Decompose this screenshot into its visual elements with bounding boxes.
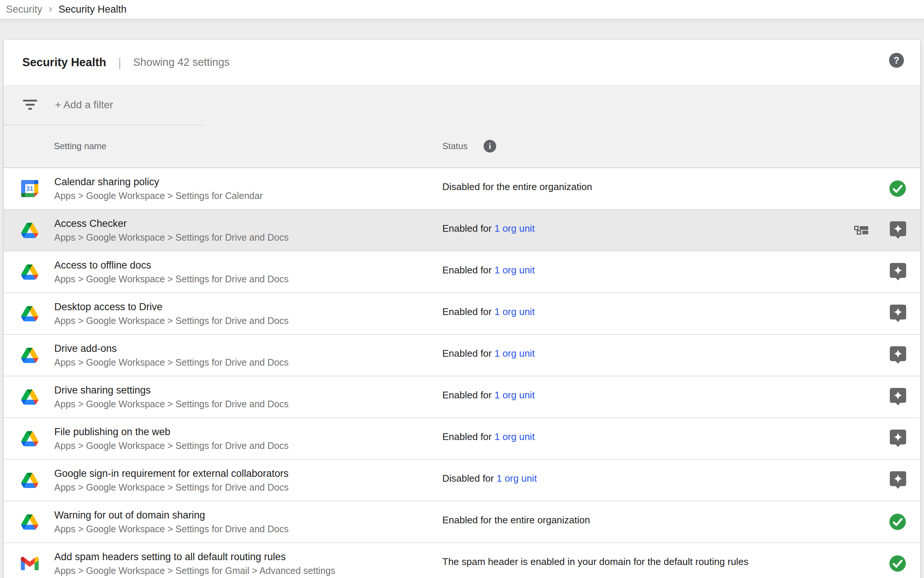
setting-row[interactable]: File publishing on the web Apps > Google… (4, 418, 920, 460)
setting-status: The spam header is enabled in your domai… (442, 556, 749, 568)
status-info-icon[interactable]: i (484, 140, 496, 153)
drive-icon (21, 346, 39, 364)
org-unit-link[interactable]: 1 org unit (494, 390, 534, 401)
setting-text: Warning for out of domain sharing Apps >… (54, 510, 288, 534)
add-filter-button[interactable]: + Add a filter (4, 85, 920, 125)
setting-row[interactable]: Drive add-ons Apps > Google Workspace > … (4, 335, 920, 377)
calendar-icon: 31 (21, 180, 39, 198)
setting-row[interactable]: Access to offline docs Apps > Google Wor… (4, 252, 920, 293)
recommendation-icon[interactable] (890, 305, 906, 323)
org-units-icon[interactable] (854, 226, 868, 235)
org-unit-link[interactable]: 1 org unit (494, 223, 534, 234)
security-health-card: Security Health | Showing 42 settings ? … (4, 40, 920, 578)
drive-icon (21, 430, 39, 447)
status-text: Enabled for (442, 306, 494, 317)
recommendation-icon[interactable] (890, 471, 906, 489)
setting-path: Apps > Google Workspace > Settings for D… (54, 232, 288, 243)
setting-path: Apps > Google Workspace > Settings for D… (54, 315, 288, 326)
page-title: Security Health (22, 56, 106, 69)
setting-status: Enabled for 1 org unit (442, 265, 535, 276)
setting-name: Desktop access to Drive (54, 301, 288, 313)
setting-name: Access to offline docs (54, 260, 288, 271)
title-separator: | (118, 55, 121, 70)
setting-status: Disabled for 1 org unit (442, 473, 537, 484)
recommendation-icon[interactable] (890, 430, 906, 447)
setting-name: Access Checker (54, 218, 288, 229)
svg-text:31: 31 (26, 185, 34, 192)
status-text: Enabled for (442, 431, 494, 442)
setting-row[interactable]: Google sign-in requirement for external … (4, 460, 920, 502)
drive-icon (21, 471, 39, 489)
settings-count: Showing 42 settings (133, 56, 230, 68)
setting-row[interactable]: 31 Calendar sharing policy Apps > Google… (4, 168, 920, 210)
setting-text: Drive sharing settings Apps > Google Wor… (54, 385, 288, 409)
status-text: Disabled for (442, 473, 497, 484)
help-icon[interactable]: ? (889, 53, 904, 68)
row-actions (890, 430, 906, 447)
recommendation-icon[interactable] (890, 263, 906, 281)
recommendation-icon[interactable] (890, 346, 906, 364)
gmail-icon (21, 555, 39, 572)
row-actions (890, 388, 906, 406)
row-actions (890, 305, 906, 323)
setting-row[interactable]: Access Checker Apps > Google Workspace >… (4, 210, 920, 252)
setting-row[interactable]: Add spam headers setting to all default … (4, 543, 920, 578)
org-unit-link[interactable]: 1 org unit (494, 431, 534, 442)
column-header-setting-name: Setting name (54, 141, 106, 151)
row-actions (854, 221, 906, 239)
security-health-page: Security › Security Health Security Heal… (0, 0, 924, 578)
setting-text: Desktop access to Drive Apps > Google Wo… (54, 301, 288, 326)
setting-text: Calendar sharing policy Apps > Google Wo… (54, 176, 263, 201)
setting-path: Apps > Google Workspace > Settings for C… (54, 190, 263, 201)
setting-status: Enabled for 1 org unit (442, 390, 535, 401)
setting-status: Enabled for 1 org unit (442, 431, 535, 443)
recommendation-icon[interactable] (890, 388, 906, 406)
setting-status: Enabled for 1 org unit (442, 306, 535, 318)
recommendation-icon[interactable] (890, 221, 906, 239)
setting-name: File publishing on the web (54, 426, 288, 438)
settings-list: 31 Calendar sharing policy Apps > Google… (4, 168, 920, 578)
org-unit-link[interactable]: 1 org unit (494, 348, 534, 359)
setting-path: Apps > Google Workspace > Settings for D… (54, 524, 288, 534)
org-unit-link[interactable]: 1 org unit (494, 306, 534, 317)
row-actions (890, 346, 906, 364)
setting-name: Add spam headers setting to all default … (54, 551, 335, 563)
setting-path: Apps > Google Workspace > Settings for D… (54, 274, 288, 284)
status-ok-icon (889, 513, 906, 530)
breadcrumb-item-security[interactable]: Security (6, 4, 42, 15)
setting-name: Drive add-ons (54, 343, 288, 354)
row-actions (889, 513, 906, 530)
setting-row[interactable]: Drive sharing settings Apps > Google Wor… (4, 377, 920, 418)
row-actions (890, 263, 906, 281)
breadcrumb-separator-icon: › (49, 3, 52, 14)
setting-text: File publishing on the web Apps > Google… (54, 426, 288, 451)
row-actions (889, 555, 906, 572)
setting-text: Add spam headers setting to all default … (54, 551, 335, 576)
column-header-status: Status (442, 141, 468, 151)
status-text: Enabled for (442, 223, 494, 234)
status-text: Enabled for (442, 390, 494, 401)
status-ok-icon (889, 180, 906, 197)
add-filter-label: + Add a filter (55, 99, 113, 111)
org-unit-link[interactable]: 1 org unit (497, 473, 537, 484)
setting-text: Access Checker Apps > Google Workspace >… (54, 218, 288, 243)
setting-name: Google sign-in requirement for external … (54, 468, 288, 479)
setting-path: Apps > Google Workspace > Settings for G… (54, 565, 335, 576)
setting-name: Calendar sharing policy (54, 176, 263, 188)
setting-status: Disabled for the entire organization (442, 181, 592, 193)
table-header-row: Setting name Status i (4, 125, 920, 167)
setting-row[interactable]: Warning for out of domain sharing Apps >… (4, 502, 920, 543)
status-ok-icon (889, 555, 906, 572)
breadcrumb: Security › Security Health (0, 0, 924, 19)
row-actions (889, 180, 906, 197)
org-unit-link[interactable]: 1 org unit (494, 265, 534, 276)
drive-icon (21, 263, 39, 281)
setting-path: Apps > Google Workspace > Settings for D… (54, 357, 288, 368)
topbar-shadow (0, 19, 924, 24)
setting-path: Apps > Google Workspace > Settings for D… (54, 440, 288, 451)
card-header: Security Health | Showing 42 settings ? (4, 40, 920, 85)
setting-status: Enabled for 1 org unit (442, 223, 535, 234)
filter-list-icon (23, 100, 37, 110)
drive-icon (21, 305, 39, 323)
setting-row[interactable]: Desktop access to Drive Apps > Google Wo… (4, 293, 920, 335)
